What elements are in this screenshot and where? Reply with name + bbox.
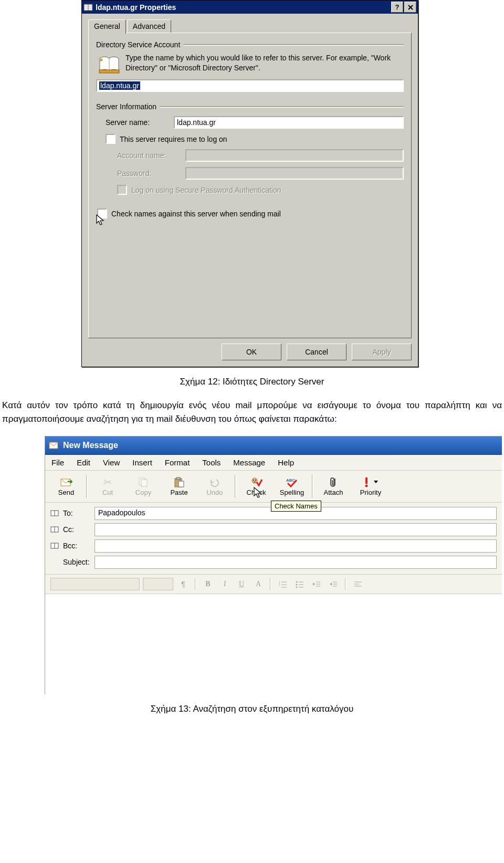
- bullet-list-icon: [293, 578, 307, 590]
- italic-icon: I: [218, 578, 232, 590]
- apply-button: Apply: [352, 344, 412, 360]
- directory-book-icon: [98, 53, 120, 76]
- svg-point-14: [255, 480, 256, 481]
- server-name-input[interactable]: ldap.ntua.gr: [174, 116, 404, 129]
- svg-rect-8: [141, 480, 147, 486]
- svg-point-17: [365, 485, 368, 487]
- outdent-icon: [310, 578, 323, 590]
- svg-point-29: [296, 581, 298, 583]
- check-names-tooltip: Check Names: [271, 501, 321, 512]
- menu-message[interactable]: Message: [233, 458, 265, 467]
- spelling-label: Spelling: [280, 488, 304, 496]
- underline-icon: U: [235, 578, 248, 590]
- tab-strip: General Advanced: [88, 19, 412, 33]
- address-book-icon: [50, 526, 60, 533]
- spelling-button[interactable]: ABC Spelling: [274, 473, 310, 500]
- group-account-text: Directory Service Account: [96, 40, 180, 49]
- paste-icon: [173, 476, 185, 488]
- window-title: ldap.ntua.gr Properties: [96, 3, 390, 12]
- check-icon: [250, 476, 262, 488]
- menu-edit[interactable]: Edit: [77, 458, 90, 467]
- check-names-label: Check names against this server when sen…: [111, 210, 281, 218]
- indent-icon: [327, 578, 340, 590]
- account-name-input: [185, 149, 404, 162]
- book-icon: [83, 3, 93, 12]
- svg-point-30: [296, 584, 298, 585]
- spa-checkbox: [117, 185, 127, 195]
- group-server-label: Server Information: [96, 102, 404, 111]
- paragraph-1: Κατά αυτόν τον τρόπο κατά τη δημιουργία …: [0, 399, 504, 427]
- bcc-input[interactable]: [94, 539, 497, 553]
- subject-label: Subject:: [50, 558, 94, 566]
- menu-format[interactable]: Format: [165, 458, 190, 467]
- undo-icon: [209, 476, 220, 488]
- undo-label: Undo: [206, 488, 223, 496]
- svg-point-31: [296, 586, 298, 588]
- display-name-value: ldap.ntua.gr: [99, 81, 140, 90]
- paragraph-style-icon: ¶: [176, 578, 190, 590]
- svg-rect-3: [99, 70, 119, 73]
- format-bar: ¶ B I U A 12: [45, 575, 502, 594]
- cc-label[interactable]: Cc:: [50, 525, 94, 534]
- menu-tools[interactable]: Tools: [202, 458, 220, 467]
- address-book-icon: [50, 510, 60, 517]
- align-left-icon: [351, 578, 365, 590]
- check-label: Check: [247, 488, 266, 496]
- spa-label: Log on using Secure Password Authenticat…: [131, 186, 281, 194]
- spelling-icon: ABC: [285, 476, 299, 488]
- help-button[interactable]: ?: [391, 2, 403, 13]
- mail-icon: [48, 440, 59, 451]
- to-label[interactable]: To:: [50, 509, 94, 517]
- svg-text:2: 2: [279, 583, 280, 586]
- paste-label: Paste: [170, 488, 187, 496]
- check-button[interactable]: Check: [238, 473, 274, 500]
- subject-input[interactable]: [94, 556, 497, 569]
- ok-button[interactable]: OK: [222, 344, 281, 360]
- cancel-button[interactable]: Cancel: [287, 344, 346, 360]
- check-names-checkbox[interactable]: [97, 209, 107, 219]
- header-fields: To: Papadopoulos Cc:: [45, 503, 502, 575]
- svg-point-4: [100, 59, 103, 61]
- paste-button[interactable]: Paste: [161, 473, 197, 500]
- svg-rect-11: [178, 481, 184, 487]
- cut-button: ✂ Cut: [90, 473, 125, 500]
- svg-point-13: [253, 480, 254, 481]
- send-icon: [60, 476, 72, 488]
- priority-icon: [363, 476, 378, 488]
- password-label: Password:: [117, 169, 185, 178]
- priority-button[interactable]: Priority: [351, 473, 390, 500]
- cut-label: Cut: [102, 488, 113, 496]
- send-button[interactable]: Send: [48, 473, 84, 500]
- menu-help[interactable]: Help: [278, 458, 294, 467]
- menu-bar: File Edit View Insert Format Tools Messa…: [45, 455, 502, 471]
- numbered-list-icon: 12: [276, 578, 290, 590]
- figure-12-caption: Σχήμα 12: Ιδιότητες Directory Server: [0, 377, 504, 387]
- requires-logon-label: This server requires me to log on: [120, 135, 227, 143]
- group-server-text: Server Information: [96, 102, 156, 111]
- figure-13-caption: Σχήμα 13: Αναζήτηση στον εξυπηρετητή κατ…: [0, 704, 504, 714]
- attach-label: Attach: [324, 488, 343, 496]
- attach-icon: [329, 476, 338, 488]
- menu-view[interactable]: View: [103, 458, 120, 467]
- display-name-input[interactable]: ldap.ntua.gr: [96, 79, 404, 92]
- tab-advanced[interactable]: Advanced: [127, 19, 171, 33]
- new-message-titlebar: New Message: [45, 436, 502, 455]
- close-button[interactable]: [404, 2, 416, 13]
- new-message-window: New Message File Edit View Insert Format…: [45, 436, 502, 694]
- tab-general[interactable]: General: [88, 19, 126, 34]
- address-book-icon: [50, 542, 60, 549]
- group-account-label: Directory Service Account: [96, 40, 404, 49]
- requires-logon-checkbox[interactable]: [106, 134, 116, 144]
- attach-button[interactable]: Attach: [316, 473, 351, 500]
- password-input: [185, 167, 404, 180]
- message-body[interactable]: [45, 594, 502, 694]
- server-name-value: ldap.ntua.gr: [177, 118, 216, 127]
- to-value: Papadopoulos: [98, 508, 145, 517]
- copy-button: Copy: [125, 473, 161, 500]
- menu-file[interactable]: File: [51, 458, 64, 467]
- bcc-label[interactable]: Bcc:: [50, 542, 94, 550]
- menu-insert[interactable]: Insert: [132, 458, 152, 467]
- cut-icon: ✂: [103, 476, 112, 488]
- cc-input[interactable]: [94, 523, 497, 536]
- ldap-properties-dialog: ldap.ntua.gr Properties ? General Advanc…: [81, 0, 418, 367]
